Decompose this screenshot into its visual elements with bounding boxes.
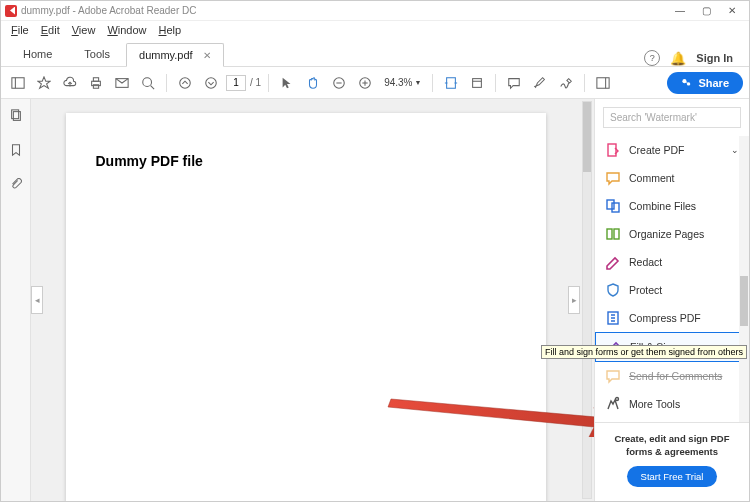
svg-point-7 (143, 77, 152, 86)
tab-home[interactable]: Home (7, 42, 68, 66)
tool-protect[interactable]: Protect (595, 276, 749, 304)
menu-file[interactable]: File (5, 24, 35, 36)
left-rail (1, 99, 31, 501)
print-icon[interactable] (85, 72, 107, 94)
page-number-input[interactable] (226, 75, 246, 91)
right-scrollbar[interactable] (739, 136, 749, 422)
svg-rect-17 (447, 77, 456, 88)
page-up-icon[interactable] (174, 72, 196, 94)
create-pdf-icon (605, 142, 621, 158)
toolbar: / 1 94.3%▼ Share (1, 67, 749, 99)
app-icon (5, 5, 17, 17)
bell-icon[interactable]: 🔔 (670, 51, 686, 66)
document-view: ◂ Dummy PDF file ▸ (31, 99, 594, 501)
start-trial-button[interactable]: Start Free Trial (627, 466, 718, 487)
svg-rect-30 (607, 229, 612, 239)
organize-icon (605, 226, 621, 242)
comment-icon[interactable] (503, 72, 525, 94)
svg-rect-20 (597, 77, 609, 88)
promo-text: Create, edit and sign PDF forms & agreem… (603, 433, 741, 458)
search-icon[interactable] (137, 72, 159, 94)
tool-comment[interactable]: Comment (595, 164, 749, 192)
svg-point-9 (180, 77, 191, 88)
tool-compress[interactable]: Compress PDF (595, 304, 749, 332)
svg-rect-31 (614, 229, 619, 239)
send-comments-icon (605, 368, 621, 384)
tab-document[interactable]: dummy.pdf ✕ (126, 43, 224, 67)
doc-scroll-thumb[interactable] (583, 102, 591, 172)
zoom-in-icon[interactable] (354, 72, 376, 94)
svg-point-10 (206, 77, 217, 88)
tab-document-label: dummy.pdf (139, 49, 193, 61)
page-down-icon[interactable] (200, 72, 222, 94)
minimize-button[interactable]: — (667, 1, 693, 21)
protect-icon (605, 282, 621, 298)
help-icon[interactable]: ? (644, 50, 660, 66)
redact-icon (605, 254, 621, 270)
comment-tool-icon (605, 170, 621, 186)
zoom-out-icon[interactable] (328, 72, 350, 94)
tool-create-pdf[interactable]: Create PDF ⌄ (595, 136, 749, 164)
menu-edit[interactable]: Edit (35, 24, 66, 36)
tool-more[interactable]: More Tools (595, 390, 749, 418)
prev-page-handle[interactable]: ◂ (31, 286, 43, 314)
menu-view[interactable]: View (66, 24, 102, 36)
tab-close-icon[interactable]: ✕ (203, 50, 211, 61)
more-tools-icon (605, 396, 621, 412)
combine-icon (605, 198, 621, 214)
svg-point-33 (616, 398, 619, 401)
tool-list: Create PDF ⌄ Comment Combine Files Organ… (595, 136, 749, 422)
zoom-dropdown[interactable]: 94.3%▼ (380, 77, 425, 88)
cloud-upload-icon[interactable] (59, 72, 81, 94)
compress-icon (605, 310, 621, 326)
fit-page-icon[interactable] (466, 72, 488, 94)
panel-toggle-icon[interactable] (592, 72, 614, 94)
svg-rect-27 (608, 144, 616, 156)
maximize-button[interactable]: ▢ (693, 1, 719, 21)
sign-in-link[interactable]: Sign In (696, 52, 733, 64)
window-title: dummy.pdf - Adobe Acrobat Reader DC (21, 5, 196, 16)
page-count: / 1 (250, 77, 261, 88)
sidebar-toggle-icon[interactable] (7, 72, 29, 94)
tool-send-comments[interactable]: Send for Comments (595, 362, 749, 390)
svg-marker-2 (38, 76, 50, 87)
svg-rect-4 (93, 77, 98, 81)
tool-organize[interactable]: Organize Pages (595, 220, 749, 248)
menu-help[interactable]: Help (153, 24, 188, 36)
svg-rect-0 (12, 77, 24, 88)
bookmark-icon[interactable] (9, 143, 23, 161)
pdf-page: Dummy PDF file (66, 113, 546, 501)
main-area: ◂ Dummy PDF file ▸ Search 'Watermark' (1, 99, 749, 501)
document-heading: Dummy PDF file (96, 153, 516, 169)
tools-search-input[interactable]: Search 'Watermark' (603, 107, 741, 128)
pointer-icon[interactable] (276, 72, 298, 94)
thumbnails-icon[interactable] (9, 109, 23, 127)
tooltip: Fill and sign forms or get them signed f… (541, 345, 747, 359)
menu-window[interactable]: Window (101, 24, 152, 36)
menu-bar: File Edit View Window Help (1, 21, 749, 39)
svg-marker-11 (283, 77, 291, 88)
fit-width-icon[interactable] (440, 72, 462, 94)
svg-line-8 (151, 85, 155, 89)
chevron-down-icon: ⌄ (731, 145, 739, 155)
star-icon[interactable] (33, 72, 55, 94)
close-button[interactable]: ✕ (719, 1, 745, 21)
tabs-row: Home Tools dummy.pdf ✕ ? 🔔 Sign In (1, 39, 749, 67)
mail-icon[interactable] (111, 72, 133, 94)
tool-redact[interactable]: Redact (595, 248, 749, 276)
highlight-icon[interactable] (529, 72, 551, 94)
tool-combine[interactable]: Combine Files (595, 192, 749, 220)
doc-scrollbar[interactable] (582, 101, 592, 499)
sign-icon[interactable] (555, 72, 577, 94)
svg-rect-29 (612, 203, 619, 212)
attachment-icon[interactable] (9, 177, 23, 195)
svg-rect-28 (607, 200, 614, 209)
hand-icon[interactable] (302, 72, 324, 94)
right-scroll-thumb[interactable] (740, 276, 748, 326)
title-bar: dummy.pdf - Adobe Acrobat Reader DC — ▢ … (1, 1, 749, 21)
tab-tools[interactable]: Tools (68, 42, 126, 66)
right-panel: Search 'Watermark' Create PDF ⌄ Comment … (594, 99, 749, 501)
share-button[interactable]: Share (667, 72, 743, 94)
next-page-handle[interactable]: ▸ (568, 286, 580, 314)
promo-panel: Create, edit and sign PDF forms & agreem… (595, 422, 749, 501)
